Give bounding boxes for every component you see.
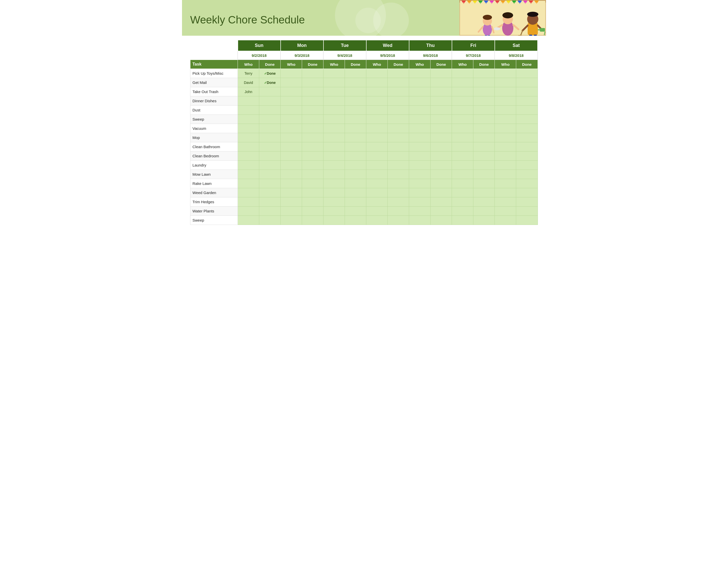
wed-who-cell[interactable] <box>366 115 388 124</box>
table-row[interactable]: Clean Bedroom <box>190 151 538 161</box>
wed-who-cell[interactable] <box>366 179 388 188</box>
mon-done-cell[interactable] <box>302 188 323 197</box>
tue-done-cell[interactable] <box>345 133 366 142</box>
wed-who-cell[interactable] <box>366 124 388 133</box>
sun-who-cell[interactable] <box>238 151 259 161</box>
sat-who-cell[interactable] <box>495 142 516 151</box>
mon-who-cell[interactable] <box>281 142 302 151</box>
fri-done-cell[interactable] <box>473 151 495 161</box>
thu-done-cell[interactable] <box>431 161 452 170</box>
tue-who-cell[interactable] <box>323 179 345 188</box>
fri-done-cell[interactable] <box>473 133 495 142</box>
thu-done-cell[interactable] <box>431 69 452 78</box>
mon-who-cell[interactable] <box>281 179 302 188</box>
tue-done-cell[interactable] <box>345 69 366 78</box>
sat-who-cell[interactable] <box>495 188 516 197</box>
mon-who-cell[interactable] <box>281 161 302 170</box>
sun-done-cell[interactable] <box>259 124 281 133</box>
tue-who-cell[interactable] <box>323 69 345 78</box>
sun-who-cell[interactable] <box>238 216 259 225</box>
thu-who-cell[interactable] <box>409 216 431 225</box>
sun-done-cell[interactable] <box>259 206 281 216</box>
wed-done-cell[interactable] <box>388 124 409 133</box>
tue-who-cell[interactable] <box>323 170 345 179</box>
sat-who-cell[interactable] <box>495 133 516 142</box>
wed-who-cell[interactable] <box>366 188 388 197</box>
mon-who-cell[interactable] <box>281 78 302 87</box>
fri-who-cell[interactable] <box>452 96 473 106</box>
sun-who-cell[interactable] <box>238 161 259 170</box>
thu-who-cell[interactable] <box>409 197 431 206</box>
table-row[interactable]: Get MailDavid✓Done <box>190 78 538 87</box>
sat-done-cell[interactable] <box>516 151 538 161</box>
mon-who-cell[interactable] <box>281 197 302 206</box>
tue-done-cell[interactable] <box>345 151 366 161</box>
wed-who-cell[interactable] <box>366 96 388 106</box>
fri-done-cell[interactable] <box>473 197 495 206</box>
tue-done-cell[interactable] <box>345 206 366 216</box>
table-row[interactable]: Sweep <box>190 216 538 225</box>
wed-done-cell[interactable] <box>388 106 409 115</box>
tue-who-cell[interactable] <box>323 106 345 115</box>
sun-done-cell[interactable] <box>259 142 281 151</box>
sat-done-cell[interactable] <box>516 206 538 216</box>
tue-done-cell[interactable] <box>345 216 366 225</box>
thu-who-cell[interactable] <box>409 188 431 197</box>
wed-who-cell[interactable] <box>366 151 388 161</box>
tue-done-cell[interactable] <box>345 115 366 124</box>
sat-done-cell[interactable] <box>516 216 538 225</box>
tue-who-cell[interactable] <box>323 216 345 225</box>
table-row[interactable]: Trim Hedges <box>190 197 538 206</box>
thu-who-cell[interactable] <box>409 151 431 161</box>
fri-done-cell[interactable] <box>473 142 495 151</box>
mon-who-cell[interactable] <box>281 96 302 106</box>
mon-who-cell[interactable] <box>281 216 302 225</box>
thu-done-cell[interactable] <box>431 78 452 87</box>
tue-done-cell[interactable] <box>345 124 366 133</box>
fri-who-cell[interactable] <box>452 87 473 96</box>
thu-done-cell[interactable] <box>431 179 452 188</box>
tue-who-cell[interactable] <box>323 124 345 133</box>
wed-done-cell[interactable] <box>388 197 409 206</box>
wed-who-cell[interactable] <box>366 142 388 151</box>
sat-done-cell[interactable] <box>516 170 538 179</box>
mon-done-cell[interactable] <box>302 142 323 151</box>
sun-done-cell[interactable] <box>259 161 281 170</box>
thu-who-cell[interactable] <box>409 206 431 216</box>
sat-who-cell[interactable] <box>495 124 516 133</box>
table-row[interactable]: Sweep <box>190 115 538 124</box>
sun-who-cell[interactable]: David <box>238 78 259 87</box>
fri-who-cell[interactable] <box>452 78 473 87</box>
thu-who-cell[interactable] <box>409 115 431 124</box>
mon-done-cell[interactable] <box>302 78 323 87</box>
tue-who-cell[interactable] <box>323 151 345 161</box>
wed-who-cell[interactable] <box>366 87 388 96</box>
mon-done-cell[interactable] <box>302 197 323 206</box>
tue-done-cell[interactable] <box>345 188 366 197</box>
fri-who-cell[interactable] <box>452 69 473 78</box>
fri-who-cell[interactable] <box>452 206 473 216</box>
mon-who-cell[interactable] <box>281 106 302 115</box>
table-row[interactable]: Mop <box>190 133 538 142</box>
sat-who-cell[interactable] <box>495 96 516 106</box>
sun-who-cell[interactable] <box>238 179 259 188</box>
tue-who-cell[interactable] <box>323 115 345 124</box>
fri-who-cell[interactable] <box>452 133 473 142</box>
fri-who-cell[interactable] <box>452 197 473 206</box>
sat-done-cell[interactable] <box>516 197 538 206</box>
thu-done-cell[interactable] <box>431 170 452 179</box>
tue-who-cell[interactable] <box>323 87 345 96</box>
sat-done-cell[interactable] <box>516 87 538 96</box>
thu-who-cell[interactable] <box>409 179 431 188</box>
tue-done-cell[interactable] <box>345 78 366 87</box>
wed-who-cell[interactable] <box>366 69 388 78</box>
wed-done-cell[interactable] <box>388 179 409 188</box>
table-row[interactable]: Mow Lawn <box>190 170 538 179</box>
sun-who-cell[interactable] <box>238 197 259 206</box>
sun-done-cell[interactable] <box>259 115 281 124</box>
sat-who-cell[interactable] <box>495 69 516 78</box>
sat-done-cell[interactable] <box>516 161 538 170</box>
sun-done-cell[interactable] <box>259 151 281 161</box>
wed-done-cell[interactable] <box>388 161 409 170</box>
sun-done-cell[interactable] <box>259 133 281 142</box>
